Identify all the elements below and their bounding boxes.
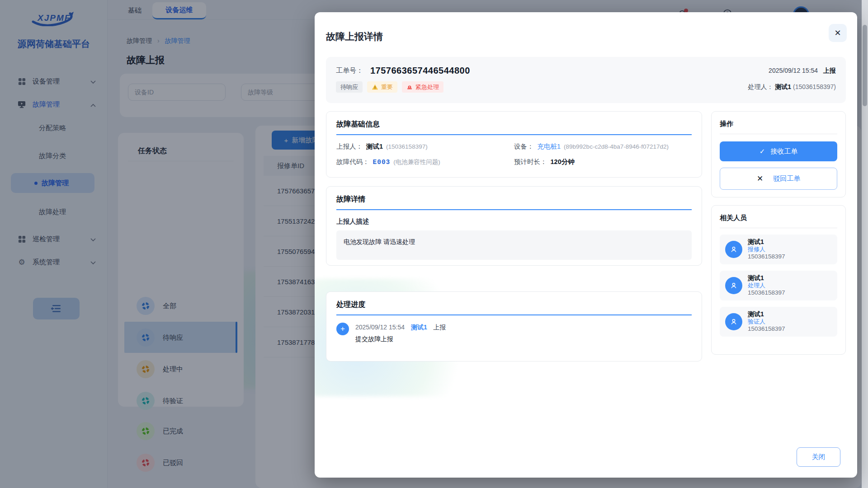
person-card-verifier: 测试1 验证人 15036158397 bbox=[720, 307, 837, 337]
timeline-item: + 2025/09/12 15:54 测试1 上报 提交故障上报 bbox=[336, 323, 692, 343]
fault-code-value: E003 bbox=[373, 159, 391, 166]
related-people-title: 相关人员 bbox=[720, 214, 837, 222]
field-label: 故障代码： bbox=[336, 158, 369, 165]
field-value: 测试1 bbox=[366, 143, 383, 150]
check-icon: ✓ bbox=[760, 147, 765, 155]
close-button-label: 关闭 bbox=[812, 453, 826, 461]
report-time-suffix: 上报 bbox=[823, 67, 836, 74]
fault-detail-card: 故障详情 上报人描述 电池发现故障 请迅速处理 bbox=[326, 186, 702, 266]
report-time: 2025/09/12 15:54 上报 bbox=[769, 67, 836, 75]
field-extra: (89b992bc-c2d8-4ba7-8946-f07217d2) bbox=[564, 143, 669, 150]
plus-icon: + bbox=[336, 323, 349, 335]
field-label: 上报人： bbox=[336, 143, 363, 150]
close-icon[interactable]: ✕ bbox=[829, 24, 847, 42]
order-no-label: 工单号： bbox=[336, 66, 363, 75]
section-underline bbox=[336, 314, 692, 315]
section-underline bbox=[336, 134, 692, 135]
basic-info-card: 故障基础信息 上报人：测试1(15036158397) 设备：充电桩1(89b9… bbox=[326, 111, 702, 178]
urgent-badge: 紧急处理 bbox=[402, 81, 443, 93]
modal-title: 故障上报详情 bbox=[326, 30, 383, 43]
reporter-desc-label: 上报人描述 bbox=[336, 217, 692, 226]
section-title: 故障详情 bbox=[336, 195, 692, 204]
section-title: 故障基础信息 bbox=[336, 120, 692, 129]
badge-label: 紧急处理 bbox=[415, 83, 439, 91]
device-link[interactable]: 充电桩1 bbox=[538, 143, 561, 150]
person-name: 测试1 bbox=[748, 238, 785, 246]
timeline-time: 2025/09/12 15:54 bbox=[355, 324, 405, 331]
siren-icon bbox=[406, 84, 413, 90]
handler-name: 测试1 bbox=[775, 83, 791, 90]
handler-label: 处理人： bbox=[748, 83, 773, 90]
person-name: 测试1 bbox=[748, 274, 785, 282]
field-label: 预计时长： bbox=[514, 158, 547, 165]
related-people-card: 相关人员 测试1 报修人 15036158397 测试1 处理人 1503615… bbox=[711, 205, 846, 355]
field-fault-code: 故障代码：E003(电池兼容性问题) bbox=[336, 158, 514, 166]
person-card-handler: 测试1 处理人 15036158397 bbox=[720, 271, 837, 300]
importance-badge: 重要 bbox=[367, 81, 397, 93]
person-phone: 15036158397 bbox=[748, 253, 785, 261]
close-glyph: ✕ bbox=[834, 28, 841, 38]
person-icon bbox=[725, 241, 742, 258]
reject-order-label: 驳回工单 bbox=[773, 174, 800, 183]
accept-order-label: 接收工单 bbox=[770, 147, 797, 156]
field-duration: 预计时长：120分钟 bbox=[514, 158, 692, 166]
section-underline bbox=[336, 209, 692, 210]
field-label: 设备： bbox=[514, 143, 534, 150]
reject-order-button[interactable]: ✕ 驳回工单 bbox=[720, 168, 837, 190]
field-reporter: 上报人：测试1(15036158397) bbox=[336, 142, 514, 151]
divider bbox=[720, 228, 837, 228]
person-role: 处理人 bbox=[748, 282, 785, 289]
close-button[interactable]: 关闭 bbox=[797, 447, 840, 467]
person-phone: 15036158397 bbox=[748, 325, 785, 333]
progress-card: 处理进度 + 2025/09/12 15:54 测试1 上报 提交故障上报 bbox=[326, 291, 702, 361]
status-badge: 待响应 bbox=[336, 81, 363, 93]
reporter-desc-box: 电池发现故障 请迅速处理 bbox=[336, 230, 692, 260]
person-name: 测试1 bbox=[748, 310, 785, 319]
handler-phone: (15036158397) bbox=[793, 83, 836, 90]
operations-title: 操作 bbox=[720, 120, 837, 128]
person-phone: 15036158397 bbox=[748, 289, 785, 297]
report-time-value: 2025/09/12 15:54 bbox=[769, 67, 818, 74]
field-extra: (15036158397) bbox=[386, 143, 428, 150]
handler-info: 处理人： 测试1 (15036158397) bbox=[748, 83, 836, 91]
person-role: 报修人 bbox=[748, 246, 785, 253]
warning-icon bbox=[372, 84, 378, 90]
order-no-value: 1757663657446544800 bbox=[370, 66, 470, 76]
person-icon bbox=[725, 313, 742, 330]
section-title: 处理进度 bbox=[336, 300, 692, 310]
person-icon bbox=[725, 277, 742, 294]
fault-report-detail-modal: 故障上报详情 ✕ 工单号： 1757663657446544800 2025/0… bbox=[315, 12, 857, 478]
plus-glyph: + bbox=[340, 324, 345, 333]
person-role: 验证人 bbox=[748, 318, 785, 325]
divider bbox=[720, 134, 837, 134]
field-value: 120分钟 bbox=[551, 158, 575, 165]
scrollbar-thumb[interactable] bbox=[863, 25, 867, 106]
order-summary-card: 工单号： 1757663657446544800 2025/09/12 15:5… bbox=[326, 57, 846, 103]
field-device: 设备：充电桩1(89b992bc-c2d8-4ba7-8946-f07217d2… bbox=[514, 142, 692, 151]
timeline-content: 提交故障上报 bbox=[355, 335, 446, 343]
operations-card: 操作 ✓ 接收工单 ✕ 驳回工单 bbox=[711, 111, 846, 197]
badge-label: 待响应 bbox=[340, 83, 358, 91]
x-icon: ✕ bbox=[757, 174, 763, 183]
badge-label: 重要 bbox=[381, 83, 393, 91]
accept-order-button[interactable]: ✓ 接收工单 bbox=[720, 141, 837, 161]
timeline-user[interactable]: 测试1 bbox=[411, 324, 427, 331]
field-extra: (电池兼容性问题) bbox=[393, 159, 440, 165]
page-scrollbar[interactable] bbox=[862, 0, 868, 488]
timeline-action: 上报 bbox=[434, 324, 446, 331]
person-card-reporter: 测试1 报修人 15036158397 bbox=[720, 235, 837, 264]
